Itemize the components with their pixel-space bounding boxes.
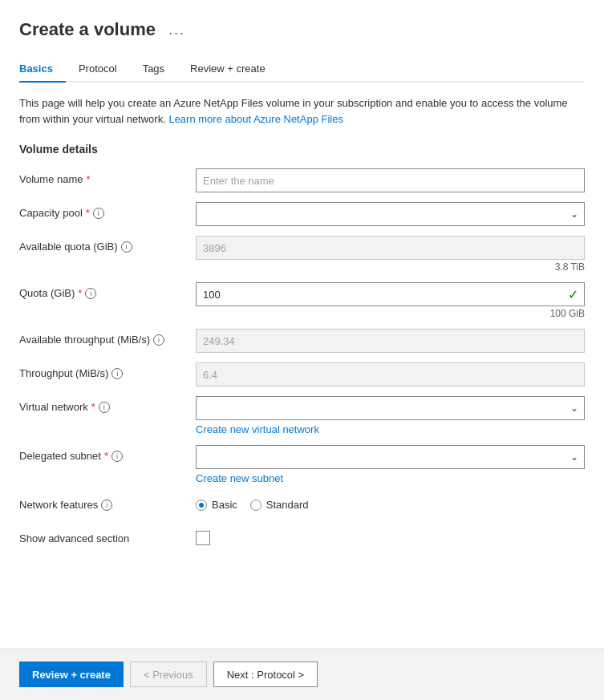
network-features-info-icon[interactable]: i <box>101 500 112 511</box>
available-quota-label: Available quota (GiB) i <box>19 236 196 253</box>
capacity-pool-select[interactable] <box>196 202 585 226</box>
quota-checkmark-icon: ✓ <box>568 287 578 302</box>
virtual-network-info-icon[interactable]: i <box>99 402 110 413</box>
tab-bar: Basics Protocol Tags Review + create <box>19 56 585 83</box>
available-throughput-control <box>196 329 585 353</box>
show-advanced-control <box>196 528 585 545</box>
network-features-label: Network features i <box>19 494 196 511</box>
available-quota-control: 3.8 TiB <box>196 236 585 273</box>
available-quota-row: Available quota (GiB) i 3.8 TiB <box>19 236 585 273</box>
radio-standard-input[interactable] <box>250 500 261 511</box>
required-star: * <box>78 287 82 299</box>
available-quota-input <box>196 236 585 260</box>
tab-protocol[interactable]: Protocol <box>66 56 130 83</box>
tab-tags[interactable]: Tags <box>130 56 177 83</box>
delegated-subnet-select[interactable] <box>196 445 585 469</box>
available-throughput-row: Available throughput (MiB/s) i <box>19 329 585 353</box>
page-title: Create a volume <box>19 19 156 40</box>
quota-sub-label: 100 GiB <box>196 308 585 319</box>
next-button[interactable]: Next : Protocol > <box>213 662 318 687</box>
throughput-input <box>196 362 585 386</box>
volume-name-label: Volume name * <box>19 168 196 185</box>
available-throughput-info-icon[interactable]: i <box>153 334 164 346</box>
radio-basic-label: Basic <box>212 499 237 511</box>
quota-input-wrapper: ✓ <box>196 282 585 306</box>
virtual-network-control: ⌄ Create new virtual network <box>196 396 585 435</box>
required-star: * <box>86 207 90 219</box>
network-features-control: Basic Standard <box>196 494 585 511</box>
network-features-row: Network features i Basic Standard <box>19 494 585 518</box>
throughput-control <box>196 362 585 386</box>
delegated-subnet-label: Delegated subnet * i <box>19 445 196 462</box>
delegated-subnet-control: ⌄ Create new subnet <box>196 445 585 484</box>
delegated-subnet-info-icon[interactable]: i <box>111 451 123 462</box>
quota-control: ✓ 100 GiB <box>196 282 585 319</box>
page-description: This page will help you create an Azure … <box>19 95 585 127</box>
radio-standard[interactable]: Standard <box>250 499 309 511</box>
tab-basics[interactable]: Basics <box>19 56 66 83</box>
available-quota-sub-label: 3.8 TiB <box>196 261 585 273</box>
show-advanced-checkbox[interactable] <box>196 531 210 545</box>
volume-name-input[interactable] <box>196 168 585 192</box>
capacity-pool-row: Capacity pool * i ⌄ <box>19 202 585 226</box>
learn-more-link[interactable]: Learn more about Azure NetApp Files <box>168 113 343 125</box>
create-virtual-network-link[interactable]: Create new virtual network <box>196 423 319 435</box>
virtual-network-select-wrapper: ⌄ <box>196 396 585 420</box>
throughput-info-icon[interactable]: i <box>111 368 123 379</box>
show-advanced-label: Show advanced section <box>19 528 196 544</box>
throughput-row: Throughput (MiB/s) i <box>19 362 585 386</box>
show-advanced-row: Show advanced section <box>19 528 585 552</box>
radio-standard-label: Standard <box>266 499 309 511</box>
radio-basic-input[interactable] <box>196 500 207 511</box>
required-star: * <box>91 401 95 413</box>
previous-button[interactable]: < Previous <box>130 662 207 687</box>
capacity-pool-control: ⌄ <box>196 202 585 226</box>
virtual-network-label: Virtual network * i <box>19 396 196 413</box>
show-advanced-checkbox-wrapper <box>196 528 585 545</box>
delegated-subnet-row: Delegated subnet * i ⌄ Create new subnet <box>19 445 585 484</box>
quota-label: Quota (GiB) * i <box>19 282 196 299</box>
network-features-radio-group: Basic Standard <box>196 494 585 511</box>
quota-input[interactable] <box>196 282 585 306</box>
quota-row: Quota (GiB) * i ✓ 100 GiB <box>19 282 585 319</box>
available-throughput-label: Available throughput (MiB/s) i <box>19 329 196 346</box>
volume-name-row: Volume name * <box>19 168 585 192</box>
volume-name-control <box>196 168 585 192</box>
required-star: * <box>87 173 91 185</box>
available-quota-info-icon[interactable]: i <box>121 241 132 253</box>
capacity-pool-label: Capacity pool * i <box>19 202 196 219</box>
section-heading: Volume details <box>19 143 585 156</box>
delegated-subnet-select-wrapper: ⌄ <box>196 445 585 469</box>
quota-info-icon[interactable]: i <box>85 288 96 299</box>
required-star: * <box>104 450 108 462</box>
radio-basic[interactable]: Basic <box>196 499 237 511</box>
capacity-pool-select-wrapper: ⌄ <box>196 202 585 226</box>
review-create-button[interactable]: Review + create <box>19 662 124 687</box>
ellipsis-button[interactable]: ... <box>164 20 190 40</box>
throughput-label: Throughput (MiB/s) i <box>19 362 196 379</box>
available-throughput-input <box>196 329 585 353</box>
tab-review-create[interactable]: Review + create <box>177 56 278 83</box>
capacity-pool-info-icon[interactable]: i <box>93 208 104 219</box>
create-subnet-link[interactable]: Create new subnet <box>196 472 283 484</box>
footer: Review + create < Previous Next : Protoc… <box>0 648 604 700</box>
virtual-network-row: Virtual network * i ⌄ Create new virtual… <box>19 396 585 435</box>
virtual-network-select[interactable] <box>196 396 585 420</box>
